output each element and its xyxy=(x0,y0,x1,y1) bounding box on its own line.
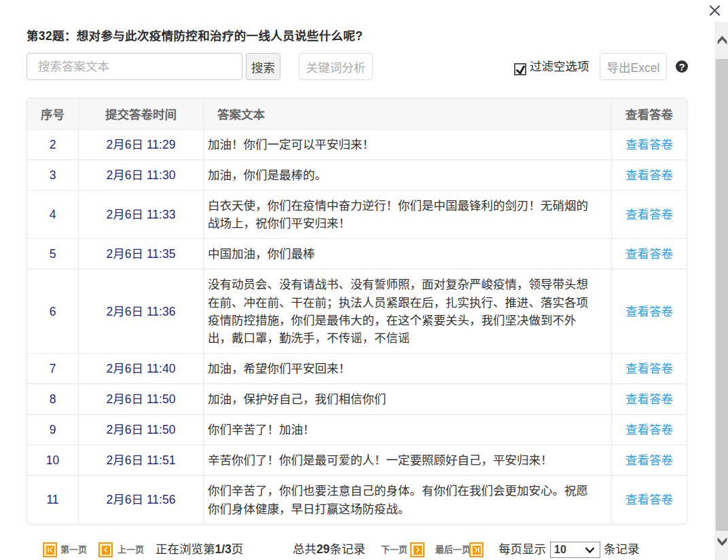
per-page-select[interactable]: 10 xyxy=(550,542,600,558)
row-answer-text: 没有动员会、没有请战书、没有誓师照，面对复杂严峻疫情，领导带头想在前、冲在前、干… xyxy=(204,269,612,354)
view-answer-link[interactable]: 查看答卷 xyxy=(625,168,673,182)
row-index: 9 xyxy=(27,415,79,445)
table-row: 5 2月6日 11:35 中国加油，你们最棒 查看答卷 xyxy=(27,239,687,269)
view-answer-link[interactable]: 查看答卷 xyxy=(625,453,673,467)
scrollbar[interactable] xyxy=(714,22,728,560)
column-header-index: 序号 xyxy=(27,98,79,130)
total-records: 总共29条记录 xyxy=(293,542,365,557)
row-answer-text: 你们辛苦了，你们也要注意自己的身体。有你们在我们会更加安心。祝愿你们身体健康，早… xyxy=(204,476,612,523)
row-answer-text: 白衣天使，你们在疫情中奋力逆行！你们是中国最锋利的剑刃！无硝烟的战场上，祝你们平… xyxy=(204,191,612,239)
table-row: 6 2月6日 11:36 没有动员会、没有请战书、没有誓师照，面对复杂严峻疫情，… xyxy=(27,269,687,354)
row-submit-time: 2月6日 11:35 xyxy=(79,239,204,269)
view-answer-link[interactable]: 查看答卷 xyxy=(625,208,673,221)
row-index: 2 xyxy=(27,130,79,160)
export-excel-button[interactable]: 导出Excel xyxy=(600,53,667,80)
last-page-arrow xyxy=(473,546,480,553)
answers-table: 序号 提交答卷时间 答案文本 查看答卷 2 2月6日 11:29 加油！你们一定… xyxy=(26,98,687,525)
first-page-label[interactable]: 第一页 xyxy=(60,542,87,557)
last-page-icon[interactable] xyxy=(469,542,484,557)
last-page-label[interactable]: 最后一页 xyxy=(435,542,471,557)
table-header-row: 序号 提交答卷时间 答案文本 查看答卷 xyxy=(27,98,687,130)
scroll-down-icon[interactable] xyxy=(714,535,728,548)
row-submit-time: 2月6日 11:40 xyxy=(79,354,204,384)
view-answer-link[interactable]: 查看答卷 xyxy=(625,392,673,406)
column-header-answer: 答案文本 xyxy=(204,98,612,130)
search-button[interactable]: 搜索 xyxy=(246,53,280,80)
per-page-label: 每页显示 xyxy=(498,542,546,557)
row-submit-time: 2月6日 11:29 xyxy=(79,130,204,160)
row-submit-time: 2月6日 11:50 xyxy=(79,415,204,445)
table-row: 8 2月6日 11:50 加油，保护好自己，我们相信你们 查看答卷 xyxy=(27,384,687,415)
table-row: 11 2月6日 11:56 你们辛苦了，你们也要注意自己的身体。有你们在我们会更… xyxy=(27,476,687,523)
row-index: 7 xyxy=(27,354,79,384)
row-index: 6 xyxy=(27,269,79,354)
table-row: 3 2月6日 11:30 加油，你们是最棒的。 查看答卷 xyxy=(27,160,687,191)
select-chevron-down-icon xyxy=(585,547,595,553)
help-icon[interactable]: ? xyxy=(676,60,688,73)
row-answer-text: 加油，你们是最棒的。 xyxy=(204,160,612,191)
row-answer-text: 加油，保护好自己，我们相信你们 xyxy=(204,384,612,415)
prev-page-arrow xyxy=(103,546,109,553)
first-page-icon[interactable] xyxy=(43,542,57,557)
first-page-arrow xyxy=(47,546,54,553)
search-input[interactable] xyxy=(26,53,242,80)
row-index: 11 xyxy=(27,476,79,523)
per-page-suffix: 条记录 xyxy=(604,542,640,557)
row-index: 8 xyxy=(27,384,79,415)
toolbar: 搜索 关键词分析 过滤空选项 导出Excel xyxy=(0,53,728,80)
table-row: 4 2月6日 11:33 白衣天使，你们在疫情中奋力逆行！你们是中国最锋利的剑刃… xyxy=(27,191,687,239)
row-index: 3 xyxy=(27,160,79,191)
close-icon[interactable] xyxy=(709,5,721,16)
table-row: 7 2月6日 11:40 加油，希望你们平安回来！ 查看答卷 xyxy=(27,354,687,384)
prev-page-label[interactable]: 上一页 xyxy=(117,542,144,557)
per-page-value: 10 xyxy=(554,544,566,556)
table-row: 2 2月6日 11:29 加油！你们一定可以平安归来！ 查看答卷 xyxy=(27,130,687,160)
row-submit-time: 2月6日 11:33 xyxy=(79,191,204,239)
row-submit-time: 2月6日 11:36 xyxy=(79,269,204,354)
view-answer-link[interactable]: 查看答卷 xyxy=(625,362,673,375)
view-answer-link[interactable]: 查看答卷 xyxy=(625,247,673,261)
keyword-analysis-button[interactable]: 关键词分析 xyxy=(299,53,373,80)
row-answer-text: 辛苦你们了！你们是最可爱的人！一定要照顾好自己，平安归来！ xyxy=(204,445,612,476)
column-header-view: 查看答卷 xyxy=(612,98,687,130)
view-answer-link[interactable]: 查看答卷 xyxy=(625,305,673,318)
next-page-label[interactable]: 下一页 xyxy=(381,542,407,557)
row-submit-time: 2月6日 11:50 xyxy=(79,384,204,415)
table-row: 10 2月6日 11:51 辛苦你们了！你们是最可爱的人！一定要照顾好自己，平安… xyxy=(27,445,687,476)
filter-empty-label[interactable]: 过滤空选项 xyxy=(530,53,589,80)
pagination-bar: 第一页 上一页 正在浏览第1/3页 总共29条记录 下一页 最后一页 每页显示 … xyxy=(0,542,728,559)
checkmark-icon xyxy=(515,64,525,74)
row-index: 10 xyxy=(27,445,79,476)
row-index: 5 xyxy=(27,239,79,269)
row-submit-time: 2月6日 11:51 xyxy=(79,445,204,476)
table-row: 9 2月6日 11:50 你们辛苦了！加油！ 查看答卷 xyxy=(27,415,687,445)
row-answer-text: 加油，希望你们平安回来！ xyxy=(204,354,612,384)
row-answer-text: 你们辛苦了！加油！ xyxy=(204,415,612,445)
column-header-time: 提交答卷时间 xyxy=(79,98,204,130)
prev-page-icon[interactable] xyxy=(98,542,113,557)
row-answer-text: 加油！你们一定可以平安归来！ xyxy=(204,130,612,160)
row-submit-time: 2月6日 11:56 xyxy=(79,476,204,523)
view-answer-link[interactable]: 查看答卷 xyxy=(625,138,673,151)
next-page-icon[interactable] xyxy=(410,542,424,557)
row-index: 4 xyxy=(27,191,79,239)
row-answer-text: 中国加油，你们最棒 xyxy=(204,239,612,269)
filter-empty-checkbox[interactable] xyxy=(514,63,526,75)
scrollbar-thumb[interactable] xyxy=(716,59,728,531)
browsing-status: 正在浏览第1/3页 xyxy=(156,542,243,557)
row-submit-time: 2月6日 11:30 xyxy=(79,160,204,191)
question-title: 第32题：想对参与此次疫情防控和治疗的一线人员说些什么呢? xyxy=(26,29,363,43)
view-answer-link[interactable]: 查看答卷 xyxy=(625,423,673,436)
view-answer-link[interactable]: 查看答卷 xyxy=(625,493,673,506)
next-page-arrow xyxy=(414,546,421,553)
scroll-up-icon[interactable] xyxy=(714,33,728,47)
